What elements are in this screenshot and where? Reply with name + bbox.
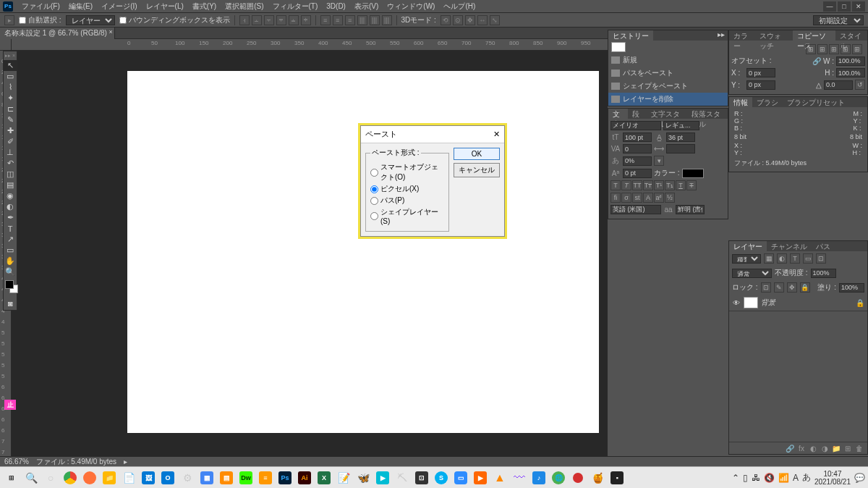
globe-icon[interactable]: 🌐	[550, 469, 567, 487]
menu-filter[interactable]: フィルター(T)	[268, 0, 323, 13]
illustrator-icon[interactable]: Ai	[296, 469, 313, 487]
workspace-select[interactable]: 初期設定	[813, 15, 864, 25]
layer-thumbnail[interactable]	[744, 297, 758, 308]
chrome-icon[interactable]	[61, 469, 79, 487]
settings-icon[interactable]: ⚙	[179, 469, 196, 487]
layer-mask-icon[interactable]: ◐	[808, 444, 818, 453]
firefox-icon[interactable]	[81, 469, 98, 487]
angle-input[interactable]	[824, 80, 853, 90]
scale-h-input[interactable]	[623, 156, 652, 166]
link-layers-icon[interactable]: 🔗	[785, 444, 795, 453]
stylistic-button[interactable]: st	[632, 193, 642, 203]
filter-pixel-icon[interactable]: ▦	[764, 253, 774, 264]
start-button[interactable]: ⊞	[3, 469, 20, 487]
zoom-tool[interactable]: 🔍	[4, 266, 17, 277]
y-input[interactable]	[746, 80, 775, 90]
3d-roll-icon[interactable]: ⊙	[453, 15, 463, 25]
paste-option-radio[interactable]	[370, 169, 378, 177]
zoom-icon[interactable]: ▭	[452, 469, 469, 487]
subscript-button[interactable]: T₁	[665, 180, 675, 190]
filter-shape-icon[interactable]: ▭	[803, 253, 813, 264]
clone-src-3-icon[interactable]: ⊞	[829, 44, 839, 54]
app-icon-4[interactable]: ▶	[374, 469, 391, 487]
para-style-tab[interactable]: 段落スタイル	[687, 109, 728, 119]
copy-source-tab[interactable]: コピーソース	[793, 30, 836, 41]
distribute-h-icon[interactable]: |||	[370, 15, 380, 25]
app-icon-6[interactable]: 〰	[511, 469, 528, 487]
dialog-close-icon[interactable]: ✕	[493, 130, 500, 139]
photos-icon[interactable]: 🖼	[140, 469, 157, 487]
history-item[interactable]: 新規	[608, 54, 728, 67]
paste-option-radio[interactable]	[370, 212, 378, 220]
smallcaps-button[interactable]: Tᴛ	[643, 180, 653, 190]
move-tool-preset-icon[interactable]: ▸	[4, 15, 14, 25]
leading-input[interactable]	[666, 132, 695, 142]
3d-scale-icon[interactable]: ⤡	[490, 15, 500, 25]
tray-ime-icon[interactable]: A	[793, 473, 799, 483]
align-middle-icon[interactable]: ⫨	[289, 15, 299, 25]
shape-tool[interactable]: ▭	[4, 245, 17, 256]
status-file-info[interactable]: ファイル : 5.49M/0 bytes	[36, 457, 116, 467]
layer-row[interactable]: 👁 背景 🔒	[729, 295, 867, 311]
paste-option-radio[interactable]	[370, 197, 378, 205]
tray-volume-icon[interactable]: 🔇	[764, 473, 775, 483]
distribute-left-icon[interactable]: |||	[357, 15, 367, 25]
fill-input[interactable]	[839, 283, 864, 293]
app-icon-1[interactable]: ▦	[198, 469, 216, 487]
ordinals-button[interactable]: aᵈ	[654, 193, 664, 203]
align-right-icon[interactable]: ⫟	[264, 15, 274, 25]
styles-tab[interactable]: スタイル	[835, 30, 867, 41]
menu-type[interactable]: 書式(Y)	[188, 0, 221, 13]
layer-fx-icon[interactable]: fx	[796, 444, 807, 453]
notepad-icon[interactable]: 📄	[120, 469, 137, 487]
delete-layer-icon[interactable]: 🗑	[854, 444, 864, 453]
history-item[interactable]: パスをペースト	[608, 67, 728, 80]
distribute-v-icon[interactable]: ≡	[333, 15, 343, 25]
layers-tab[interactable]: レイヤー	[729, 241, 767, 251]
eyedropper-tool[interactable]: ✎	[4, 114, 17, 125]
brush-tab[interactable]: ブラシ	[752, 97, 783, 107]
app-icon-7[interactable]: 🍯	[589, 469, 606, 487]
3d-pan-icon[interactable]: ✥	[465, 15, 475, 25]
new-group-icon[interactable]: 📁	[831, 444, 841, 453]
menu-help[interactable]: ヘルプ(H)	[439, 0, 480, 13]
butterfly-icon[interactable]: 🦋	[354, 469, 372, 487]
paste-option-row[interactable]: スマートオブジェクト(O)	[370, 162, 444, 182]
obs-icon[interactable]: ⊡	[413, 469, 430, 487]
eraser-tool[interactable]: ◫	[4, 169, 17, 180]
paste-option-radio[interactable]	[370, 185, 378, 193]
lasso-tool[interactable]: ⌇	[4, 82, 17, 93]
panel-collapse-icon[interactable]: ▸▸	[715, 30, 728, 41]
ruler-horizontal[interactable]: 0501001502002503003504004505005506006507…	[12, 39, 608, 51]
app-icon-3[interactable]: 📝	[335, 469, 352, 487]
document-tab-close-icon[interactable]: ×	[109, 28, 113, 35]
crop-tool[interactable]: ⊏	[4, 104, 17, 114]
3d-slide-icon[interactable]: ↔	[477, 15, 488, 25]
explorer-icon[interactable]: 📁	[101, 469, 118, 487]
ligature-button[interactable]: fi	[610, 193, 621, 203]
align-left-icon[interactable]: ⫞	[239, 15, 250, 25]
font-family-input[interactable]	[610, 121, 661, 130]
tray-chevron-icon[interactable]: ⌃	[732, 473, 739, 483]
gradient-tool[interactable]: ▤	[4, 180, 17, 190]
oldstyle-button[interactable]: σ	[621, 193, 631, 203]
skype-icon[interactable]: S	[433, 469, 450, 487]
bold-button[interactable]: T	[610, 180, 621, 190]
scale-h-dropdown[interactable]: ▾	[654, 156, 664, 166]
underline-button[interactable]: T	[676, 180, 686, 190]
menu-3d[interactable]: 3D(D)	[322, 1, 350, 12]
channels-tab[interactable]: チャンネル	[767, 241, 812, 251]
italic-button[interactable]: T	[621, 180, 631, 190]
dreamweaver-icon[interactable]: Dw	[237, 469, 255, 487]
path-select-tool[interactable]: ↗	[4, 234, 17, 245]
clone-src-5-icon[interactable]: ⊞	[852, 44, 862, 54]
excel-icon[interactable]: X	[315, 469, 333, 487]
character-tab[interactable]: 文字	[608, 109, 628, 119]
history-tab[interactable]: ヒストリー	[608, 30, 653, 41]
text-color-swatch[interactable]	[682, 169, 704, 178]
adjustment-layer-icon[interactable]: ◑	[820, 444, 830, 453]
new-layer-icon[interactable]: ⊞	[843, 444, 853, 453]
menu-view[interactable]: 表示(V)	[350, 0, 383, 13]
distribute-right-icon[interactable]: |||	[382, 15, 392, 25]
baseline-input[interactable]	[623, 169, 652, 178]
